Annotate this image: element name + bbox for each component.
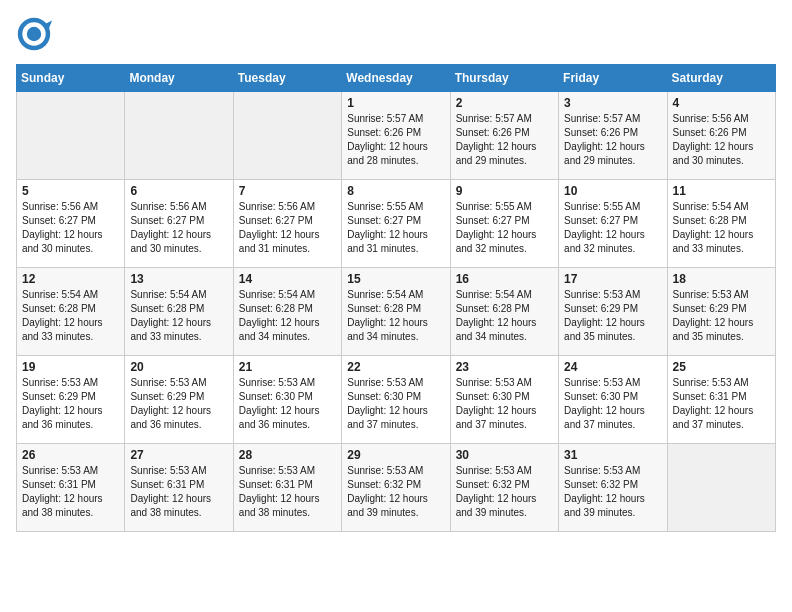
calendar-cell: 8Sunrise: 5:55 AM Sunset: 6:27 PM Daylig… xyxy=(342,180,450,268)
day-number: 5 xyxy=(22,184,119,198)
calendar-cell: 12Sunrise: 5:54 AM Sunset: 6:28 PM Dayli… xyxy=(17,268,125,356)
day-info: Sunrise: 5:53 AM Sunset: 6:29 PM Dayligh… xyxy=(564,289,645,342)
logo xyxy=(16,16,56,52)
calendar-cell: 19Sunrise: 5:53 AM Sunset: 6:29 PM Dayli… xyxy=(17,356,125,444)
day-number: 3 xyxy=(564,96,661,110)
calendar-cell xyxy=(17,92,125,180)
day-info: Sunrise: 5:53 AM Sunset: 6:32 PM Dayligh… xyxy=(347,465,428,518)
day-number: 9 xyxy=(456,184,553,198)
calendar-cell: 1Sunrise: 5:57 AM Sunset: 6:26 PM Daylig… xyxy=(342,92,450,180)
days-header-row: SundayMondayTuesdayWednesdayThursdayFrid… xyxy=(17,65,776,92)
day-info: Sunrise: 5:54 AM Sunset: 6:28 PM Dayligh… xyxy=(347,289,428,342)
calendar-table: SundayMondayTuesdayWednesdayThursdayFrid… xyxy=(16,64,776,532)
page-header xyxy=(16,16,776,52)
calendar-cell: 11Sunrise: 5:54 AM Sunset: 6:28 PM Dayli… xyxy=(667,180,775,268)
day-info: Sunrise: 5:53 AM Sunset: 6:31 PM Dayligh… xyxy=(130,465,211,518)
day-info: Sunrise: 5:55 AM Sunset: 6:27 PM Dayligh… xyxy=(456,201,537,254)
calendar-cell xyxy=(233,92,341,180)
day-number: 29 xyxy=(347,448,444,462)
day-info: Sunrise: 5:56 AM Sunset: 6:27 PM Dayligh… xyxy=(239,201,320,254)
calendar-cell: 27Sunrise: 5:53 AM Sunset: 6:31 PM Dayli… xyxy=(125,444,233,532)
calendar-cell: 31Sunrise: 5:53 AM Sunset: 6:32 PM Dayli… xyxy=(559,444,667,532)
calendar-cell: 29Sunrise: 5:53 AM Sunset: 6:32 PM Dayli… xyxy=(342,444,450,532)
calendar-cell xyxy=(667,444,775,532)
day-number: 14 xyxy=(239,272,336,286)
calendar-cell xyxy=(125,92,233,180)
day-number: 12 xyxy=(22,272,119,286)
day-info: Sunrise: 5:54 AM Sunset: 6:28 PM Dayligh… xyxy=(130,289,211,342)
day-info: Sunrise: 5:53 AM Sunset: 6:29 PM Dayligh… xyxy=(673,289,754,342)
day-number: 18 xyxy=(673,272,770,286)
day-info: Sunrise: 5:56 AM Sunset: 6:27 PM Dayligh… xyxy=(130,201,211,254)
day-info: Sunrise: 5:54 AM Sunset: 6:28 PM Dayligh… xyxy=(456,289,537,342)
day-number: 22 xyxy=(347,360,444,374)
calendar-cell: 18Sunrise: 5:53 AM Sunset: 6:29 PM Dayli… xyxy=(667,268,775,356)
calendar-cell: 25Sunrise: 5:53 AM Sunset: 6:31 PM Dayli… xyxy=(667,356,775,444)
calendar-cell: 23Sunrise: 5:53 AM Sunset: 6:30 PM Dayli… xyxy=(450,356,558,444)
day-info: Sunrise: 5:53 AM Sunset: 6:30 PM Dayligh… xyxy=(239,377,320,430)
day-header-monday: Monday xyxy=(125,65,233,92)
day-info: Sunrise: 5:53 AM Sunset: 6:31 PM Dayligh… xyxy=(673,377,754,430)
day-number: 19 xyxy=(22,360,119,374)
calendar-cell: 7Sunrise: 5:56 AM Sunset: 6:27 PM Daylig… xyxy=(233,180,341,268)
day-number: 30 xyxy=(456,448,553,462)
calendar-cell: 4Sunrise: 5:56 AM Sunset: 6:26 PM Daylig… xyxy=(667,92,775,180)
week-row-4: 19Sunrise: 5:53 AM Sunset: 6:29 PM Dayli… xyxy=(17,356,776,444)
day-info: Sunrise: 5:54 AM Sunset: 6:28 PM Dayligh… xyxy=(239,289,320,342)
day-number: 25 xyxy=(673,360,770,374)
calendar-cell: 2Sunrise: 5:57 AM Sunset: 6:26 PM Daylig… xyxy=(450,92,558,180)
calendar-cell: 5Sunrise: 5:56 AM Sunset: 6:27 PM Daylig… xyxy=(17,180,125,268)
day-number: 17 xyxy=(564,272,661,286)
day-info: Sunrise: 5:53 AM Sunset: 6:30 PM Dayligh… xyxy=(456,377,537,430)
day-header-tuesday: Tuesday xyxy=(233,65,341,92)
day-info: Sunrise: 5:53 AM Sunset: 6:32 PM Dayligh… xyxy=(456,465,537,518)
calendar-cell: 3Sunrise: 5:57 AM Sunset: 6:26 PM Daylig… xyxy=(559,92,667,180)
day-info: Sunrise: 5:57 AM Sunset: 6:26 PM Dayligh… xyxy=(456,113,537,166)
calendar-cell: 15Sunrise: 5:54 AM Sunset: 6:28 PM Dayli… xyxy=(342,268,450,356)
day-info: Sunrise: 5:56 AM Sunset: 6:26 PM Dayligh… xyxy=(673,113,754,166)
calendar-cell: 30Sunrise: 5:53 AM Sunset: 6:32 PM Dayli… xyxy=(450,444,558,532)
calendar-cell: 9Sunrise: 5:55 AM Sunset: 6:27 PM Daylig… xyxy=(450,180,558,268)
day-number: 1 xyxy=(347,96,444,110)
day-number: 13 xyxy=(130,272,227,286)
week-row-2: 5Sunrise: 5:56 AM Sunset: 6:27 PM Daylig… xyxy=(17,180,776,268)
calendar-cell: 6Sunrise: 5:56 AM Sunset: 6:27 PM Daylig… xyxy=(125,180,233,268)
day-info: Sunrise: 5:53 AM Sunset: 6:32 PM Dayligh… xyxy=(564,465,645,518)
calendar-cell: 20Sunrise: 5:53 AM Sunset: 6:29 PM Dayli… xyxy=(125,356,233,444)
day-info: Sunrise: 5:53 AM Sunset: 6:29 PM Dayligh… xyxy=(130,377,211,430)
week-row-1: 1Sunrise: 5:57 AM Sunset: 6:26 PM Daylig… xyxy=(17,92,776,180)
day-number: 28 xyxy=(239,448,336,462)
day-info: Sunrise: 5:56 AM Sunset: 6:27 PM Dayligh… xyxy=(22,201,103,254)
calendar-cell: 14Sunrise: 5:54 AM Sunset: 6:28 PM Dayli… xyxy=(233,268,341,356)
day-number: 6 xyxy=(130,184,227,198)
day-number: 23 xyxy=(456,360,553,374)
day-number: 16 xyxy=(456,272,553,286)
day-info: Sunrise: 5:53 AM Sunset: 6:29 PM Dayligh… xyxy=(22,377,103,430)
calendar-cell: 28Sunrise: 5:53 AM Sunset: 6:31 PM Dayli… xyxy=(233,444,341,532)
day-number: 31 xyxy=(564,448,661,462)
week-row-3: 12Sunrise: 5:54 AM Sunset: 6:28 PM Dayli… xyxy=(17,268,776,356)
day-info: Sunrise: 5:53 AM Sunset: 6:30 PM Dayligh… xyxy=(347,377,428,430)
day-number: 8 xyxy=(347,184,444,198)
day-number: 4 xyxy=(673,96,770,110)
day-number: 27 xyxy=(130,448,227,462)
day-number: 26 xyxy=(22,448,119,462)
day-number: 7 xyxy=(239,184,336,198)
day-number: 20 xyxy=(130,360,227,374)
calendar-cell: 17Sunrise: 5:53 AM Sunset: 6:29 PM Dayli… xyxy=(559,268,667,356)
day-header-friday: Friday xyxy=(559,65,667,92)
day-info: Sunrise: 5:57 AM Sunset: 6:26 PM Dayligh… xyxy=(564,113,645,166)
day-number: 11 xyxy=(673,184,770,198)
day-info: Sunrise: 5:53 AM Sunset: 6:30 PM Dayligh… xyxy=(564,377,645,430)
day-header-thursday: Thursday xyxy=(450,65,558,92)
day-header-saturday: Saturday xyxy=(667,65,775,92)
logo-icon xyxy=(16,16,52,52)
week-row-5: 26Sunrise: 5:53 AM Sunset: 6:31 PM Dayli… xyxy=(17,444,776,532)
calendar-cell: 16Sunrise: 5:54 AM Sunset: 6:28 PM Dayli… xyxy=(450,268,558,356)
calendar-cell: 10Sunrise: 5:55 AM Sunset: 6:27 PM Dayli… xyxy=(559,180,667,268)
day-info: Sunrise: 5:53 AM Sunset: 6:31 PM Dayligh… xyxy=(239,465,320,518)
calendar-cell: 22Sunrise: 5:53 AM Sunset: 6:30 PM Dayli… xyxy=(342,356,450,444)
day-number: 21 xyxy=(239,360,336,374)
calendar-cell: 24Sunrise: 5:53 AM Sunset: 6:30 PM Dayli… xyxy=(559,356,667,444)
day-header-wednesday: Wednesday xyxy=(342,65,450,92)
